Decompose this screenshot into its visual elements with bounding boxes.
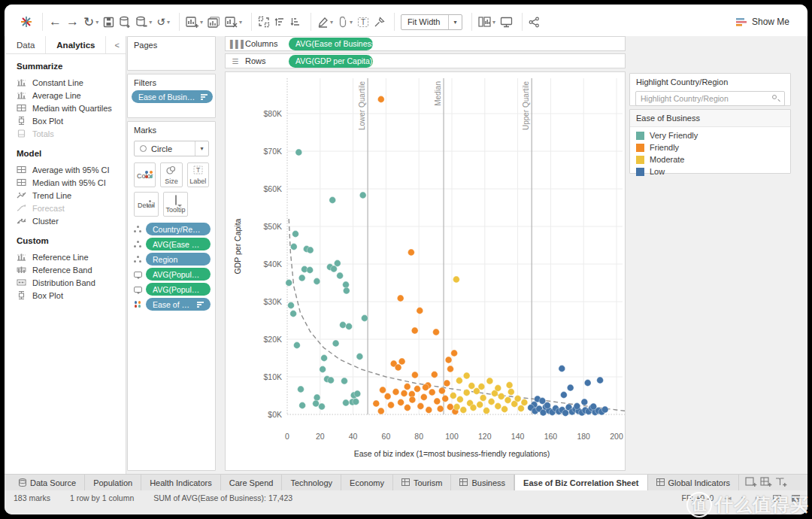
mark-very-friendly[interactable] [328, 377, 335, 384]
analytics-item-average-line[interactable]: Average Line [17, 89, 126, 102]
collapse-pane-icon[interactable]: < [115, 41, 126, 50]
mark-very-friendly[interactable] [307, 267, 314, 274]
mark-friendly[interactable] [451, 350, 458, 357]
mark-friendly[interactable] [373, 400, 380, 407]
chevron-down-icon[interactable]: ▾ [195, 141, 208, 156]
scatter-chart[interactable]: Lower QuartileMedianUpper Quartile$0K$10… [226, 72, 625, 470]
mark-moderate[interactable] [450, 393, 456, 399]
chevron-down-icon[interactable]: ▾ [448, 15, 462, 29]
mark-low[interactable] [581, 399, 588, 405]
mark-friendly[interactable] [444, 380, 450, 387]
mark-very-friendly[interactable] [313, 400, 320, 407]
analytics-item-cluster[interactable]: Cluster [17, 214, 126, 227]
highlight-pen-icon[interactable]: ▾ [317, 17, 333, 28]
mark-very-friendly[interactable] [343, 399, 350, 406]
mark-very-friendly[interactable] [341, 378, 348, 384]
mark-low[interactable] [574, 403, 580, 410]
mark-friendly[interactable] [420, 394, 427, 401]
presentation-mode-icon[interactable] [500, 17, 513, 28]
save-icon[interactable] [103, 17, 114, 28]
mark-friendly[interactable] [439, 387, 446, 394]
mark-very-friendly[interactable] [346, 323, 353, 330]
show-cards-icon[interactable]: ▾ [478, 17, 495, 27]
mark-friendly[interactable] [412, 372, 419, 378]
mark-moderate[interactable] [506, 382, 513, 389]
group-members-icon[interactable]: ▾ [338, 17, 353, 28]
mark-friendly[interactable] [429, 389, 435, 396]
mark-very-friendly[interactable] [329, 197, 336, 204]
mark-very-friendly[interactable] [321, 355, 328, 362]
sheet-tab-economy[interactable]: Economy [341, 475, 393, 490]
sheet-tab-ease-of-biz-correlation-sheet[interactable]: Ease of Biz Correlation Sheet [514, 475, 647, 490]
tab-analytics[interactable]: Analytics [46, 36, 106, 53]
mark-friendly[interactable] [442, 396, 449, 402]
mark-friendly[interactable] [408, 249, 415, 256]
mark-moderate[interactable] [460, 407, 467, 414]
mark-very-friendly[interactable] [343, 281, 350, 288]
mark-friendly[interactable] [388, 402, 395, 408]
fix-axes-icon[interactable] [374, 17, 385, 28]
show-filmstrip-icon[interactable] [773, 495, 781, 502]
mark-very-friendly[interactable] [307, 247, 314, 253]
mark-friendly[interactable] [397, 295, 404, 302]
analytics-item-reference-line[interactable]: Reference Line [17, 250, 126, 263]
marks-pill[interactable]: Region [146, 253, 211, 266]
analytics-item-reference-band[interactable]: Reference Band [17, 263, 126, 276]
mark-very-friendly[interactable] [343, 287, 350, 294]
color-button[interactable]: Color [134, 162, 156, 187]
mark-very-friendly[interactable] [314, 278, 320, 285]
mark-very-friendly[interactable] [356, 354, 363, 360]
mark-friendly[interactable] [426, 407, 432, 414]
worksheet-view[interactable]: Lower QuartileMedianUpper Quartile$0K$10… [225, 71, 626, 471]
forward-icon[interactable]: → [66, 14, 79, 29]
mark-very-friendly[interactable] [331, 266, 338, 272]
new-worksheet-button[interactable] [745, 477, 757, 489]
new-story-button[interactable] [775, 477, 787, 489]
mark-moderate[interactable] [456, 378, 463, 384]
analytics-item-median-with-quartiles[interactable]: Median with Quartiles [17, 102, 126, 114]
mark-very-friendly[interactable] [295, 149, 302, 156]
back-icon[interactable]: ← [49, 14, 62, 29]
mark-low[interactable] [601, 406, 608, 413]
mark-moderate[interactable] [453, 404, 460, 411]
marks-pill[interactable]: AVG(Population .. [146, 283, 211, 296]
mark-moderate[interactable] [463, 372, 470, 379]
legend-item-low[interactable]: Low [636, 167, 784, 176]
fit-dropdown[interactable]: Fit Width ▾ [401, 14, 462, 30]
mark-moderate[interactable] [501, 406, 508, 413]
first-sheet-icon[interactable]: ◂◂ [724, 494, 731, 502]
label-button[interactable]: TLabel [187, 162, 209, 187]
mark-moderate[interactable] [457, 396, 464, 403]
mark-friendly[interactable] [398, 399, 404, 406]
mark-very-friendly[interactable] [332, 340, 339, 347]
mark-very-friendly[interactable] [288, 302, 295, 309]
marks-pill[interactable]: AVG(Ease of Busi.. [146, 238, 211, 250]
analytics-item-distribution-band[interactable]: Distribution Band [17, 276, 126, 289]
legend-item-moderate[interactable]: Moderate [636, 155, 784, 164]
mark-very-friendly[interactable] [337, 272, 344, 279]
analytics-item-box-plot[interactable]: Box Plot [17, 289, 126, 302]
mark-friendly[interactable] [392, 389, 399, 396]
columns-shelf[interactable]: ▌▌▌ Columns AVG(Ease of Business) [225, 36, 626, 51]
refresh-icon[interactable]: ↺▾ [156, 16, 170, 28]
sort-descending-icon[interactable] [290, 17, 301, 27]
tableau-logo-icon[interactable] [20, 15, 33, 29]
mark-moderate[interactable] [468, 383, 475, 390]
analytics-item-average-with-95-ci[interactable]: Average with 95% CI [17, 163, 126, 176]
new-data-source-icon[interactable] [119, 16, 131, 28]
mark-friendly[interactable] [433, 329, 440, 335]
mark-friendly[interactable] [431, 372, 438, 378]
share-icon[interactable] [529, 17, 540, 28]
detail-button[interactable]: Detail [134, 192, 159, 217]
mark-friendly[interactable] [445, 357, 452, 363]
mark-friendly[interactable] [384, 393, 391, 400]
mark-moderate[interactable] [477, 402, 483, 408]
mark-moderate[interactable] [504, 397, 511, 404]
mark-moderate[interactable] [495, 385, 501, 392]
sheet-tab-technology[interactable]: Technology [282, 475, 341, 490]
mark-moderate[interactable] [488, 399, 495, 405]
mark-friendly[interactable] [409, 396, 416, 403]
size-button[interactable]: Size [160, 162, 182, 187]
mark-friendly[interactable] [404, 384, 411, 390]
filter-pill[interactable]: Ease of Business (cl.. [132, 90, 213, 103]
